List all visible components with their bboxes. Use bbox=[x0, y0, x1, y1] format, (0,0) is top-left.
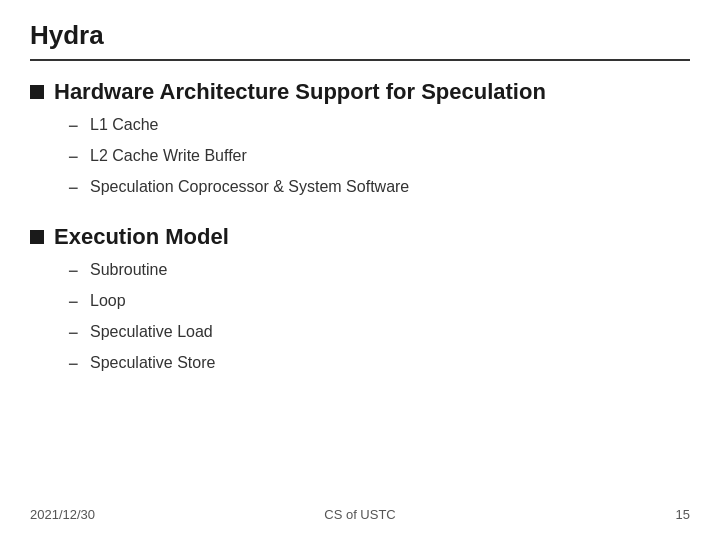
bullet-square-execution bbox=[30, 230, 44, 244]
dash-icon: − bbox=[68, 175, 86, 202]
footer: 2021/12/30 CS of USTC 15 bbox=[0, 507, 720, 522]
bullet-square-hardware bbox=[30, 85, 44, 99]
dash-icon: − bbox=[68, 258, 86, 285]
execution-item-4: Speculative Store bbox=[90, 351, 215, 375]
dash-icon: − bbox=[68, 144, 86, 171]
footer-center: CS of USTC bbox=[324, 507, 396, 522]
section-hardware-heading: Hardware Architecture Support for Specul… bbox=[54, 79, 546, 105]
hardware-subitems: − L1 Cache − L2 Cache Write Buffer − Spe… bbox=[30, 113, 690, 202]
list-item: − Speculative Store bbox=[68, 351, 690, 378]
execution-item-3: Speculative Load bbox=[90, 320, 213, 344]
section-hardware-header: Hardware Architecture Support for Specul… bbox=[30, 79, 690, 105]
title-divider bbox=[30, 59, 690, 61]
dash-icon: − bbox=[68, 289, 86, 316]
list-item: − L1 Cache bbox=[68, 113, 690, 140]
list-item: − Speculation Coprocessor & System Softw… bbox=[68, 175, 690, 202]
dash-icon: − bbox=[68, 351, 86, 378]
hardware-item-3: Speculation Coprocessor & System Softwar… bbox=[90, 175, 409, 199]
slide-title: Hydra bbox=[30, 20, 690, 51]
hardware-item-2: L2 Cache Write Buffer bbox=[90, 144, 247, 168]
footer-date: 2021/12/30 bbox=[30, 507, 95, 522]
list-item: − L2 Cache Write Buffer bbox=[68, 144, 690, 171]
execution-item-2: Loop bbox=[90, 289, 126, 313]
list-item: − Subroutine bbox=[68, 258, 690, 285]
execution-subitems: − Subroutine − Loop − Speculative Load −… bbox=[30, 258, 690, 378]
slide: Hydra Hardware Architecture Support for … bbox=[0, 0, 720, 540]
list-item: − Speculative Load bbox=[68, 320, 690, 347]
section-execution: Execution Model − Subroutine − Loop − Sp… bbox=[30, 224, 690, 378]
section-execution-header: Execution Model bbox=[30, 224, 690, 250]
section-hardware: Hardware Architecture Support for Specul… bbox=[30, 79, 690, 202]
dash-icon: − bbox=[68, 320, 86, 347]
dash-icon: − bbox=[68, 113, 86, 140]
section-execution-heading: Execution Model bbox=[54, 224, 229, 250]
execution-item-1: Subroutine bbox=[90, 258, 167, 282]
footer-page: 15 bbox=[676, 507, 690, 522]
hardware-item-1: L1 Cache bbox=[90, 113, 159, 137]
list-item: − Loop bbox=[68, 289, 690, 316]
